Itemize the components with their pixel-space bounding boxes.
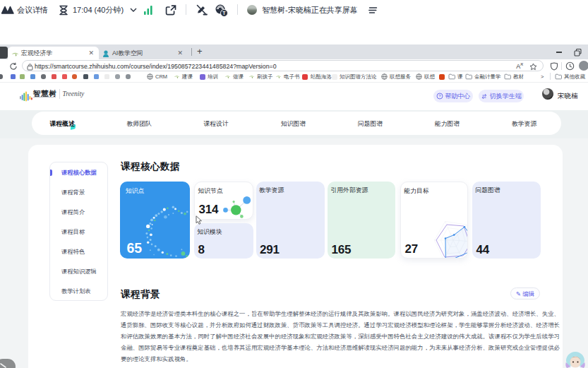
svg-text:?: ?: [438, 94, 441, 98]
svg-text:T: T: [222, 11, 226, 16]
